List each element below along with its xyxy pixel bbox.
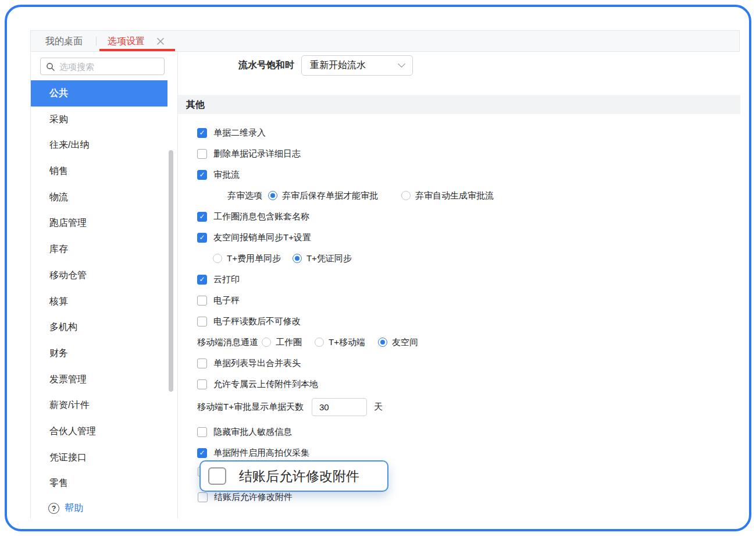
sidebar-item-sales[interactable]: 销售	[31, 158, 177, 184]
option-row: 隐藏审批人敏感信息	[197, 421, 494, 442]
option-row: 审批流	[197, 164, 494, 185]
radio[interactable]	[401, 191, 411, 200]
option-row: 友空间报销单同步T+设置	[197, 227, 494, 248]
checkbox[interactable]	[197, 170, 207, 180]
checkbox[interactable]	[197, 149, 207, 159]
outer-window-frame: 我的桌面 选项设置 公共 采购 往来/出纳 销售 物流	[5, 5, 751, 531]
sidebar-item-multi-org[interactable]: 多机构	[31, 314, 177, 340]
radio-group-label: 移动端消息通道	[197, 337, 258, 348]
checkbox[interactable]	[197, 128, 207, 138]
checkbox[interactable]	[197, 212, 207, 222]
option-row: 电子秤	[197, 290, 494, 311]
tab-my-desktop[interactable]: 我的桌面	[45, 31, 83, 52]
radio[interactable]	[315, 338, 324, 347]
search-icon	[46, 62, 55, 72]
option-label: 隐藏审批人敏感信息	[213, 427, 292, 438]
serial-label: 流水号饱和时	[178, 59, 294, 72]
option-label: 工作圈消息包含账套名称	[213, 211, 309, 222]
option-row: 电子秤读数后不可修改	[197, 311, 494, 332]
input-label: 移动端T+审批显示单据天数	[197, 402, 304, 413]
checkbox[interactable]	[197, 448, 207, 458]
days-input[interactable]	[312, 398, 367, 416]
sidebar-item-procurement[interactable]: 采购	[31, 107, 177, 133]
sidebar-item-logistics[interactable]: 物流	[31, 184, 177, 211]
radio-label: T+移动端	[329, 337, 365, 348]
option-row: 单据二维录入	[197, 122, 494, 143]
option-rows: 单据二维录入 删除单据记录详细日志 审批流 弃审选项 弃审后保存单据才能审批 弃…	[197, 122, 494, 463]
sidebar-item-mobile-warehouse[interactable]: 移动仓管	[31, 262, 177, 289]
checkbox[interactable]	[197, 296, 207, 306]
checkbox[interactable]	[197, 358, 207, 368]
radio-label: 弃审自动生成审批流	[415, 190, 494, 201]
section-header-other: 其他	[178, 95, 740, 114]
sidebar-scrollbar-thumb[interactable]	[169, 150, 173, 392]
option-label: 允许专属云上传附件到本地	[213, 379, 318, 390]
option-label: 删除单据记录详细日志	[213, 148, 301, 159]
radio-group-label: 弃审选项	[227, 190, 262, 201]
option-label: 单据附件启用高拍仪采集	[213, 448, 309, 459]
close-icon[interactable]	[156, 37, 165, 45]
sidebar-item-ar-ap-cashier[interactable]: 往来/出纳	[31, 132, 177, 158]
sidebar-item-common[interactable]: 公共	[31, 80, 167, 107]
app-panel: 我的桌面 选项设置 公共 采购 往来/出纳 销售 物流	[30, 30, 740, 519]
option-label: 电子秤	[213, 295, 240, 306]
checkbox[interactable]	[197, 427, 207, 437]
content-area: 流水号饱和时 重新开始流水 其他 单据二维录入 删除单据记录详细日志	[178, 52, 740, 519]
sidebar-item-accounting[interactable]: 核算	[31, 289, 177, 315]
magnifier-checkbox[interactable]	[208, 467, 226, 485]
checkbox[interactable]	[198, 492, 208, 502]
help-label: 帮助	[65, 502, 83, 514]
serial-dropdown[interactable]: 重新开始流水	[301, 55, 413, 76]
sidebar-item-invoice-mgmt[interactable]: 发票管理	[31, 367, 177, 393]
question-circle-icon: ?	[48, 503, 59, 514]
sidebar-item-finance[interactable]: 财务	[31, 340, 177, 367]
sidebar-item-retail[interactable]: 零售	[31, 470, 177, 496]
checkbox[interactable]	[197, 379, 207, 389]
option-search-input[interactable]	[59, 59, 162, 74]
option-row-radio-group: 移动端消息通道 工作圈 T+移动端 友空间	[197, 332, 494, 353]
radio-label: T+凭证同步	[306, 253, 352, 264]
sidebar-item-inventory[interactable]: 库存	[31, 236, 177, 262]
radio-selected[interactable]	[378, 338, 387, 347]
days-suffix: 天	[374, 402, 383, 413]
sidebar-nav: 公共 采购 往来/出纳 销售 物流 跑店管理 库存 移动仓管 核算 多机构 财务…	[31, 80, 177, 496]
tab-divider	[96, 37, 97, 46]
radio-label: 友空间	[392, 337, 418, 348]
radio-label: T+费用单同步	[227, 253, 281, 264]
radio-label: 工作圈	[276, 337, 302, 348]
option-label: 结账后允许修改附件	[214, 492, 293, 503]
option-label: 云打印	[213, 274, 240, 285]
option-row: 允许专属云上传附件到本地	[197, 374, 494, 395]
option-row: 删除单据记录详细日志	[197, 143, 494, 164]
chevron-down-icon	[398, 60, 405, 68]
checkbox[interactable]	[197, 275, 207, 285]
option-row: 结账后允许修改附件	[198, 492, 293, 503]
option-row-radio-group: 弃审选项 弃审后保存单据才能审批 弃审自动生成审批流	[197, 185, 494, 206]
option-row: 单据列表导出合并表头	[197, 353, 494, 374]
sidebar: 公共 采购 往来/出纳 销售 物流 跑店管理 库存 移动仓管 核算 多机构 财务…	[31, 52, 178, 519]
magnifier-overlay: 结账后允许修改附件	[199, 460, 388, 492]
sidebar-item-partner-mgmt[interactable]: 合伙人管理	[31, 418, 177, 445]
section-title: 其他	[186, 100, 205, 109]
tab-bar: 我的桌面 选项设置	[31, 31, 739, 52]
option-row: 工作圈消息包含账套名称	[197, 206, 494, 227]
option-label: 单据二维录入	[213, 127, 266, 139]
active-tab-underline	[99, 49, 175, 51]
sidebar-item-payroll[interactable]: 薪资/计件	[31, 392, 177, 418]
radio[interactable]	[262, 338, 271, 347]
option-row-input: 移动端T+审批显示单据天数 天	[197, 395, 494, 419]
option-label: 友空间报销单同步T+设置	[213, 232, 311, 243]
option-search-box[interactable]	[40, 58, 165, 75]
serial-number-row: 流水号饱和时 重新开始流水	[178, 55, 413, 76]
radio[interactable]	[213, 254, 222, 263]
sidebar-item-voucher-interface[interactable]: 凭证接口	[31, 445, 177, 471]
option-label: 电子秤读数后不可修改	[213, 316, 301, 327]
option-row: 云打印	[197, 269, 494, 290]
radio-selected[interactable]	[268, 191, 277, 200]
magnifier-label: 结账后允许修改附件	[239, 467, 359, 485]
radio-selected[interactable]	[293, 254, 302, 263]
help-button[interactable]: ? 帮助	[48, 499, 83, 517]
checkbox[interactable]	[197, 233, 207, 243]
sidebar-item-store-visit[interactable]: 跑店管理	[31, 210, 177, 236]
checkbox[interactable]	[197, 317, 207, 326]
